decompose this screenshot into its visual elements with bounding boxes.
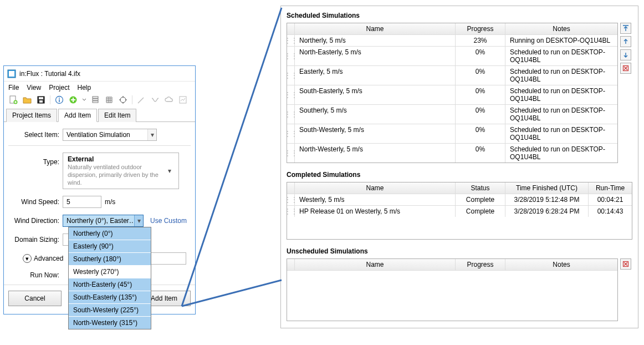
wind-direction-option[interactable]: Westerly (270°): [69, 266, 151, 278]
type-description: Naturally ventilated outdoor dispersion,…: [68, 164, 165, 186]
completed-title: Completed Simulations: [287, 171, 632, 179]
wind-speed-input[interactable]: [63, 196, 101, 208]
svg-point-14: [120, 97, 126, 103]
new-doc-icon[interactable]: [8, 95, 18, 105]
flow-icon[interactable]: [150, 95, 160, 105]
table-row[interactable]: ⋮⋮Easterly, 5 m/s0%Scheduled to run on D…: [287, 66, 617, 85]
save-icon[interactable]: [36, 95, 46, 105]
move-top-button[interactable]: [620, 23, 631, 34]
folder-icon[interactable]: [22, 95, 32, 105]
grip-icon[interactable]: ⋮⋮: [287, 144, 295, 163]
svg-rect-12: [93, 99, 98, 100]
col-time[interactable]: Time Finished (UTC): [505, 182, 589, 194]
wind-direction-option[interactable]: South-Westerly (225°): [69, 304, 151, 317]
grip-icon[interactable]: ⋮⋮: [287, 124, 295, 143]
remove-button[interactable]: [620, 63, 631, 74]
col-name[interactable]: Name: [295, 259, 456, 270]
menu-file[interactable]: File: [8, 84, 19, 92]
col-name[interactable]: Name: [295, 23, 456, 34]
grip-icon[interactable]: ⋮⋮: [287, 35, 295, 46]
cell-progress: 0%: [456, 144, 505, 163]
table-row[interactable]: ⋮⋮North-Westerly, 5 m/s0%Scheduled to ru…: [287, 144, 617, 163]
cell-name: Easterly, 5 m/s: [295, 66, 456, 85]
label-wind-speed: Wind Speed:: [8, 198, 63, 206]
wind-direction-option[interactable]: South-Easterly (135°): [69, 291, 151, 304]
table-row[interactable]: ⋮⋮Northerly, 5 m/s23%Running on DESKTOP-…: [287, 35, 617, 47]
wind-direction-option[interactable]: Easterly (90°): [69, 240, 151, 253]
cancel-button[interactable]: Cancel: [8, 291, 62, 306]
menu-project[interactable]: Project: [49, 84, 69, 92]
wind-direction-option[interactable]: Northerly (0°): [69, 227, 151, 240]
grip-icon[interactable]: ⋮⋮: [287, 194, 295, 205]
grip-icon[interactable]: ⋮⋮: [287, 105, 295, 124]
grip-icon[interactable]: ⋮⋮: [287, 66, 295, 85]
tab-edit-item[interactable]: Edit Item: [98, 109, 136, 122]
cell-progress: 0%: [456, 66, 505, 85]
cell-notes: Scheduled to run on DESKTOP-OQ1U4BL: [505, 105, 617, 124]
wind-direction-dropdown[interactable]: Northerly (0°), Easter… ▾: [63, 215, 144, 227]
wand-icon[interactable]: [136, 95, 146, 105]
menu-help[interactable]: Help: [78, 84, 91, 92]
table-row[interactable]: ⋮⋮North-Easterly, 5 m/s0%Scheduled to ru…: [287, 47, 617, 66]
col-runtime[interactable]: Run-Time: [589, 182, 632, 194]
cell-progress: 0%: [456, 85, 505, 104]
remove-button[interactable]: [620, 258, 631, 270]
move-down-button[interactable]: [620, 49, 631, 60]
grip-icon[interactable]: ⋮⋮: [287, 85, 295, 104]
advanced-toggle[interactable]: Advanced: [34, 255, 63, 262]
cell-notes: Scheduled to run on DESKTOP-OQ1U4BL: [505, 66, 617, 85]
menu-view[interactable]: View: [27, 84, 41, 92]
svg-line-16: [182, 280, 282, 306]
wind-direction-option[interactable]: North-Westerly (315°): [69, 317, 151, 329]
type-title: External: [68, 155, 165, 163]
cell-time: 3/28/2019 5:12:48 PM: [505, 194, 589, 205]
col-notes[interactable]: Notes: [505, 23, 617, 34]
info-icon[interactable]: [54, 95, 64, 105]
table-row[interactable]: ⋮⋮South-Easterly, 5 m/s0%Scheduled to ru…: [287, 85, 617, 105]
cell-progress: 0%: [456, 105, 505, 124]
col-status[interactable]: Status: [456, 182, 505, 194]
tab-strip: Project Items Add Item Edit Item: [4, 108, 195, 122]
cell-time: 3/28/2019 6:28:24 PM: [505, 206, 589, 217]
grip-icon[interactable]: ⋮⋮: [287, 206, 295, 217]
unscheduled-title: Unscheduled Simulations: [287, 247, 632, 255]
add-icon[interactable]: [68, 95, 78, 105]
grid-icon[interactable]: [104, 95, 114, 105]
target-icon[interactable]: [118, 95, 128, 105]
col-name[interactable]: Name: [295, 182, 456, 194]
svg-rect-5: [39, 97, 43, 99]
tab-add-item[interactable]: Add Item: [58, 109, 97, 122]
app-icon: [7, 69, 16, 78]
wind-direction-option[interactable]: North-Easterly (45°): [69, 278, 151, 291]
cloud-icon[interactable]: [164, 95, 174, 105]
select-item-dropdown[interactable]: Ventilation Simulation ▾: [63, 129, 157, 141]
cell-name: South-Easterly, 5 m/s: [295, 85, 456, 104]
grip-icon[interactable]: ⋮⋮: [287, 47, 295, 65]
svg-point-8: [59, 98, 60, 99]
col-progress[interactable]: Progress: [456, 23, 505, 34]
table-row[interactable]: ⋮⋮HP Release 01 on Westerly, 5 m/sComple…: [287, 206, 632, 217]
chevron-down-icon[interactable]: [82, 95, 86, 105]
cell-status: Complete: [456, 206, 505, 217]
col-notes[interactable]: Notes: [505, 259, 617, 270]
label-wind-direction: Wind Direction:: [8, 217, 63, 225]
move-up-button[interactable]: [620, 36, 631, 47]
server-icon[interactable]: [90, 95, 100, 105]
window-title: in:Flux : Tutorial 4.ifx: [19, 70, 192, 78]
cell-notes: Scheduled to run on DESKTOP-OQ1U4BL: [505, 144, 617, 163]
wind-direction-options: Northerly (0°)Easterly (90°)Southerly (1…: [68, 227, 151, 329]
separator: [132, 95, 132, 104]
table-row[interactable]: ⋮⋮Westerly, 5 m/sComplete3/28/2019 5:12:…: [287, 194, 632, 206]
unscheduled-table: Name Progress Notes: [287, 258, 618, 321]
table-row[interactable]: ⋮⋮Southerly, 5 m/s0%Scheduled to run on …: [287, 105, 617, 124]
completed-table: Name Status Time Finished (UTC) Run-Time…: [287, 182, 632, 240]
wind-direction-option[interactable]: Southerly (180°): [69, 253, 151, 266]
tab-project-items[interactable]: Project Items: [6, 109, 57, 122]
cell-status: Complete: [456, 194, 505, 205]
type-dropdown[interactable]: External Naturally ventilated outdoor di…: [63, 153, 179, 189]
chart-icon[interactable]: [178, 95, 188, 105]
expand-icon[interactable]: ▾: [23, 254, 32, 263]
use-custom-link[interactable]: Use Custom: [150, 217, 187, 225]
table-row[interactable]: ⋮⋮South-Westerly, 5 m/s0%Scheduled to ru…: [287, 124, 617, 144]
col-progress[interactable]: Progress: [456, 259, 505, 270]
